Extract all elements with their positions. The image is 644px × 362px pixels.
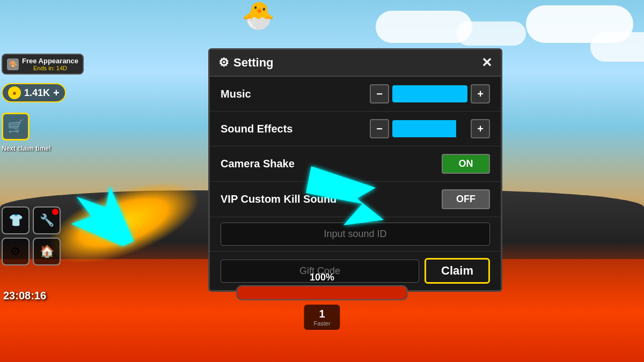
modal-close-button[interactable]: ✕ <box>481 55 492 70</box>
speed-display: 1 Faster <box>304 305 340 330</box>
timer-container: 23:08:16 Next claim time! <box>2 145 51 152</box>
svg-marker-0 <box>61 174 151 262</box>
music-control: − + <box>370 84 490 104</box>
coin-plus-button[interactable]: + <box>53 87 60 99</box>
sound-effects-label: Sound Effects <box>221 123 292 135</box>
progress-bar-background <box>236 285 408 300</box>
claim-button[interactable]: Claim <box>425 258 490 284</box>
vip-kill-sound-control: OFF <box>442 189 490 209</box>
icon-row-top: 👕 🔧 <box>2 206 61 234</box>
camera-shake-toggle[interactable]: ON <box>442 154 490 174</box>
ui-layer: 🎨 Free Appearance Ends in: 14D ● 1.41K +… <box>0 0 644 362</box>
vip-kill-sound-toggle[interactable]: OFF <box>442 189 490 209</box>
music-minus-button[interactable]: − <box>370 84 389 104</box>
badge-title: Free Appearance <box>22 57 78 65</box>
music-slider[interactable] <box>392 85 467 102</box>
modal-header: ⚙ Setting ✕ <box>210 50 501 77</box>
speed-number: 1 <box>313 308 330 320</box>
right-arrow <box>301 161 397 249</box>
modal-title: ⚙ Setting <box>218 56 274 70</box>
sfx-slider[interactable] <box>392 120 467 137</box>
home-button[interactable]: 🏠 <box>33 238 61 265</box>
gear-button[interactable]: ⚙ <box>2 238 30 265</box>
camera-shake-label: Camera Shake <box>221 158 295 170</box>
music-label: Music <box>221 88 251 100</box>
settings-gear-icon: ⚙ <box>218 56 229 70</box>
free-appearance-badge[interactable]: 🎨 Free Appearance Ends in: 14D <box>2 54 84 75</box>
icon-row-bottom: ⚙ 🏠 <box>2 238 61 265</box>
progress-label: 100% <box>236 272 408 283</box>
badge-timer: Ends in: 14D <box>22 65 78 71</box>
bottom-left-buttons: 👕 🔧 ⚙ 🏠 <box>2 206 61 265</box>
camera-shake-control: ON <box>442 154 490 174</box>
badge-icon: 🎨 <box>7 58 19 70</box>
svg-marker-1 <box>306 166 384 225</box>
sound-effects-row: Sound Effects − + <box>210 112 501 146</box>
timer-value: 23:08:16 <box>3 290 46 302</box>
progress-bar-fill <box>237 286 407 299</box>
sfx-minus-button[interactable]: − <box>370 119 389 138</box>
sound-effects-control: − + <box>370 119 490 138</box>
coin-icon: ● <box>8 86 21 99</box>
music-setting-row: Music − + <box>210 77 501 112</box>
next-claim-label: Next claim time! <box>2 145 51 152</box>
coin-display: ● 1.41K + <box>2 83 66 102</box>
progress-container: 100% <box>236 272 408 300</box>
left-arrow <box>52 168 163 277</box>
coin-amount: 1.41K <box>24 87 50 99</box>
music-plus-button[interactable]: + <box>471 84 490 104</box>
speed-label: Faster <box>313 320 330 327</box>
modal-title-text: Setting <box>233 56 274 70</box>
sfx-plus-button[interactable]: + <box>471 119 490 138</box>
shirt-button[interactable]: 👕 <box>2 206 30 234</box>
cart-button[interactable]: 🛒 <box>2 113 30 141</box>
